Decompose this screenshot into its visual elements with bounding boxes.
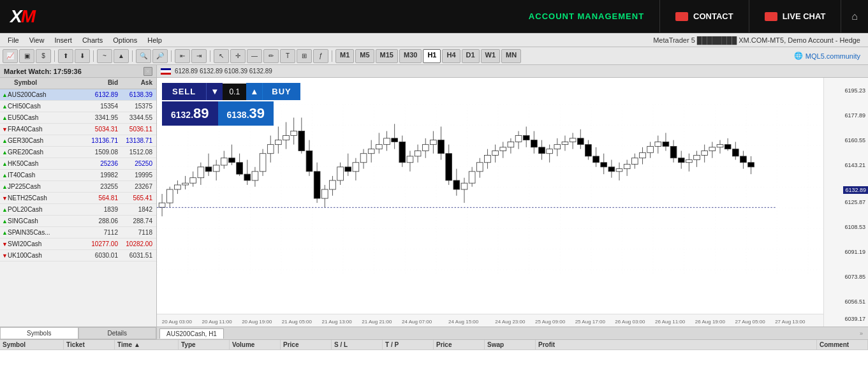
menu-file[interactable]: File	[3, 35, 24, 45]
svg-rect-44	[321, 189, 328, 198]
tf-m30[interactable]: M30	[399, 49, 422, 63]
row-ask: 7118	[118, 229, 156, 236]
col-ticket-header: Ticket	[64, 340, 115, 349]
market-watch-row[interactable]: ▲ SPAIN35Cas... 7112 7118	[0, 227, 156, 239]
row-symbol: POL20Cash	[8, 206, 73, 213]
toolbar-crosshair[interactable]: ✛	[230, 49, 246, 63]
row-bid: 19982	[73, 172, 118, 179]
svg-rect-46	[330, 180, 336, 189]
tf-m15[interactable]: M15	[376, 49, 398, 63]
sell-button[interactable]: SELL	[162, 83, 206, 100]
menu-view[interactable]: View	[24, 35, 50, 45]
svg-rect-24	[244, 174, 251, 180]
toolbar-line[interactable]: —	[247, 49, 262, 63]
tf-w1[interactable]: W1	[481, 49, 501, 63]
market-watch-row[interactable]: ▲ SINGCash 288.06 288.74	[0, 216, 156, 227]
tf-h4[interactable]: H4	[442, 49, 460, 63]
market-watch-row[interactable]: ▲ CHI50Cash 15354 15375	[0, 101, 156, 112]
toolbar-indicators[interactable]: ƒ	[313, 49, 328, 63]
tf-d1[interactable]: D1	[462, 49, 480, 63]
price-level-4: 6125.87	[844, 199, 865, 205]
svg-rect-128	[647, 146, 654, 152]
tf-mn[interactable]: MN	[501, 49, 521, 63]
price-level-7: 6073.85	[844, 274, 865, 280]
toolbar-btn5[interactable]: ⬇	[75, 49, 90, 63]
chart-canvas: SELL ▼ 0.1 ▲ BUY 6132.89 6138.39	[157, 78, 868, 327]
toolbar-pencil[interactable]: ✏	[263, 49, 279, 63]
row-arrow: ▲	[0, 207, 8, 213]
toolbar-grid[interactable]: ⊞	[297, 49, 312, 63]
toolbar-scroll-right[interactable]: ⇥	[191, 49, 207, 63]
sell-dropdown[interactable]: ▼	[206, 83, 223, 100]
row-bid: 3341.95	[73, 114, 118, 121]
home-button[interactable]: ⌂	[841, 0, 868, 33]
toolbar-new-chart[interactable]: 📈	[3, 49, 18, 63]
time-axis: 20 Aug 03:00 20 Aug 11:00 20 Aug 19:00 2…	[157, 314, 823, 327]
qty-up[interactable]: ▲	[246, 83, 263, 100]
col-price2-header: Price	[434, 340, 485, 349]
toolbar-btn6[interactable]: ~	[97, 49, 112, 63]
row-arrow: ▼	[0, 126, 8, 133]
row-ask: 565.41	[118, 195, 156, 202]
row-ask: 23267	[118, 183, 156, 190]
market-watch-row[interactable]: ▲ AUS200Cash 6132.89 6138.39	[0, 89, 156, 101]
market-watch-title: Market Watch: 17:59:36	[4, 68, 82, 75]
row-bid: 564.81	[73, 195, 118, 202]
toolbar-cursor[interactable]: ↖	[214, 49, 229, 63]
col-price-header: Price	[281, 340, 332, 349]
svg-rect-154	[748, 163, 754, 167]
toolbar-scroll-left[interactable]: ⇤	[175, 49, 190, 63]
toolbar-btn7[interactable]: ▲	[114, 49, 129, 63]
menu-options[interactable]: Options	[108, 35, 142, 45]
row-bid: 6132.89	[73, 91, 118, 98]
chart-tab[interactable]: AUS200Cash, H1	[159, 328, 224, 339]
market-watch-row[interactable]: ▲ EU50Cash 3341.95 3344.55	[0, 112, 156, 124]
market-watch-row[interactable]: ▲ IT40Cash 19982 19995	[0, 170, 156, 181]
mw-tab-details[interactable]: Details	[78, 327, 157, 339]
svg-rect-120	[616, 169, 622, 172]
chart-area: 6128.89 6132.89 6108.39 6132.89 SELL ▼ 0…	[157, 65, 868, 339]
tf-m1[interactable]: M1	[335, 49, 354, 63]
chart-title-bar: 6128.89 6132.89 6108.39 6132.89	[157, 65, 868, 78]
mql5-link[interactable]: 🌐 MQL5.community	[794, 52, 865, 60]
sell-price-small: 6132.	[171, 110, 193, 120]
toolbar-sep1	[54, 50, 55, 62]
time-12: 26 Aug 11:00	[655, 319, 685, 325]
tf-m5[interactable]: M5	[355, 49, 374, 63]
market-watch-row[interactable]: ▼ SWI20Cash 10277.00 10282.00	[0, 239, 156, 250]
svg-rect-64	[399, 142, 406, 162]
toolbar-text[interactable]: T	[280, 49, 295, 63]
market-watch-row[interactable]: ▼ UK100Cash 6030.01 6031.51	[0, 250, 156, 261]
menu-help[interactable]: Help	[142, 35, 167, 45]
market-watch-row[interactable]: ▲ GER30Cash 13136.71 13138.71	[0, 135, 156, 147]
row-bid: 13136.71	[73, 137, 118, 144]
toolbar-zoom-out[interactable]: 🔎	[152, 49, 168, 63]
toolbar-zoom-in[interactable]: 🔍	[136, 49, 151, 63]
market-watch-row[interactable]: ▲ JP225Cash 23255 23267	[0, 181, 156, 193]
price-axis: 6195.23 6177.89 6160.55 6143.21 6132.89 …	[823, 78, 868, 327]
account-management-link[interactable]: ACCOUNT MANAGEMENT	[513, 11, 659, 21]
market-watch-row[interactable]: ▲ HK50Cash 25236 25250	[0, 158, 156, 170]
toolbar-btn3[interactable]: $	[36, 49, 51, 63]
menu-charts[interactable]: Charts	[77, 35, 108, 45]
contact-button[interactable]: CONTACT	[659, 0, 749, 33]
buy-price-large: 39	[249, 105, 265, 121]
market-watch-row[interactable]: ▼ NETH25Cash 564.81 565.41	[0, 193, 156, 204]
menu-insert[interactable]: Insert	[49, 35, 77, 45]
row-ask: 10282.00	[118, 240, 156, 247]
tf-h1[interactable]: H1	[423, 49, 441, 63]
market-watch-row[interactable]: ▼ FRA40Cash 5034.31 5036.11	[0, 124, 156, 135]
toolbar-btn2[interactable]: ▣	[19, 49, 34, 63]
mw-tab-symbols[interactable]: Symbols	[0, 327, 78, 339]
col-tp-header: T / P	[383, 340, 434, 349]
toolbar-btn4[interactable]: ⬆	[58, 49, 73, 63]
row-arrow: ▼	[0, 241, 8, 247]
row-arrow: ▼	[0, 195, 8, 202]
market-watch-row[interactable]: ▲ POL20Cash 1839 1842	[0, 204, 156, 216]
market-watch-row[interactable]: ▲ GRE20Cash 1509.08 1512.08	[0, 147, 156, 158]
market-watch-close[interactable]: ✕	[143, 67, 152, 76]
live-chat-button[interactable]: LIVE CHAT	[749, 0, 841, 33]
buy-button[interactable]: BUY	[263, 83, 300, 100]
svg-rect-122	[624, 165, 630, 169]
svg-rect-78	[453, 180, 460, 189]
